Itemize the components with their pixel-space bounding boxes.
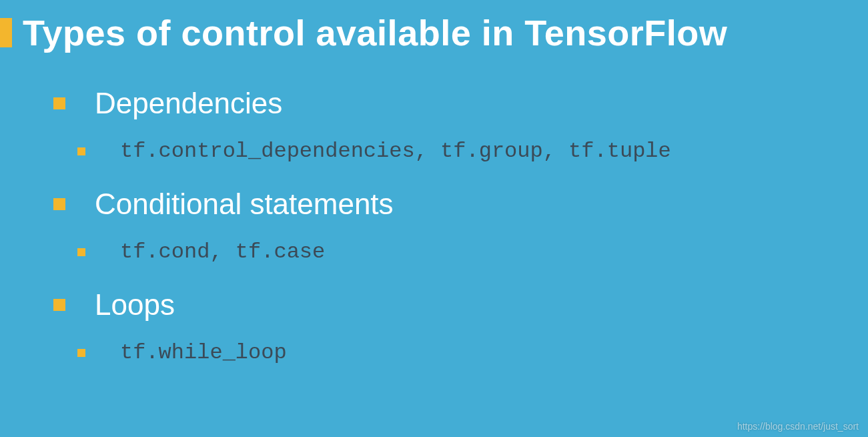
heading-row: Loops [53,288,868,322]
section-dependencies: Dependencies tf.control_dependencies, tf… [53,87,868,163]
code-snippet: tf.while_loop [120,340,287,365]
slide-content: Dependencies tf.control_dependencies, tf… [0,53,868,365]
section-loops: Loops tf.while_loop [53,288,868,365]
heading-row: Dependencies [53,87,868,120]
code-snippet: tf.cond, tf.case [120,240,325,264]
section-heading: Conditional statements [95,187,394,221]
sub-item-row: tf.while_loop [53,340,868,365]
bullet-square-icon [53,97,65,109]
watermark-text: https://blog.csdn.net/just_sort [737,421,859,432]
bullet-square-small-icon [77,147,85,155]
bullet-square-icon [53,299,65,311]
heading-row: Conditional statements [53,187,868,221]
section-heading: Dependencies [95,87,282,120]
bullet-square-small-icon [77,349,85,357]
bullet-square-icon [53,198,65,210]
section-conditional: Conditional statements tf.cond, tf.case [53,187,868,264]
sub-item-row: tf.control_dependencies, tf.group, tf.tu… [53,139,868,163]
bullet-square-small-icon [77,248,85,256]
section-heading: Loops [95,288,175,322]
title-accent-bar [0,18,12,47]
slide-title: Types of control available in TensorFlow [23,12,727,53]
sub-item-row: tf.cond, tf.case [53,240,868,264]
code-snippet: tf.control_dependencies, tf.group, tf.tu… [120,139,671,163]
slide-title-row: Types of control available in TensorFlow [0,0,868,53]
